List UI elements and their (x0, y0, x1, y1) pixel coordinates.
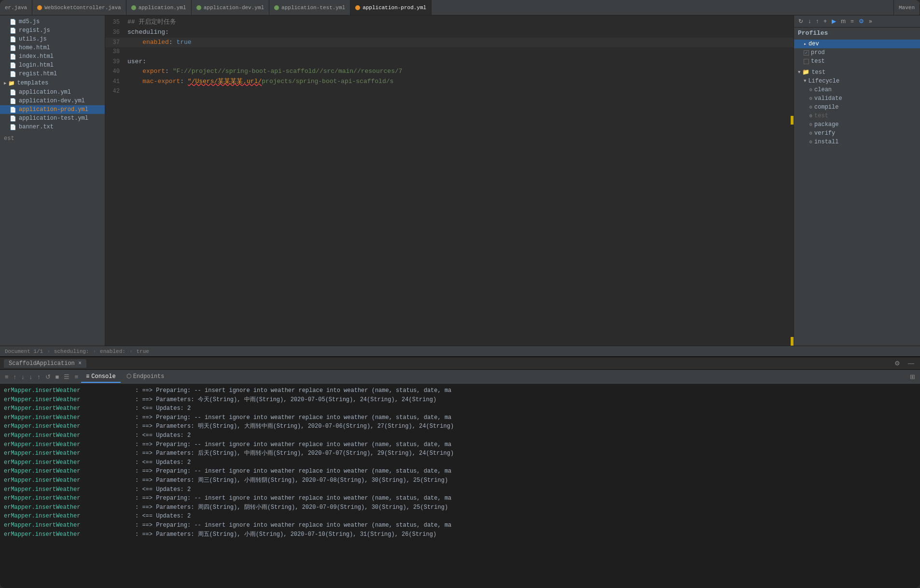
console-right: : <== Updates: 2 (135, 431, 920, 440)
settings-btn[interactable]: ⚙ (892, 359, 902, 368)
scroll-marker-2 (791, 337, 794, 346)
maven-lifecycle-package[interactable]: ⚙ package (794, 120, 920, 129)
breadcrumb-scheduling: scheduling: (54, 349, 89, 354)
sidebar-item-homehtml[interactable]: 📄 home.html (0, 43, 105, 52)
lifecycle-label: Lifecycle (808, 78, 839, 84)
console-right: : ==> Parameters: 周四(String), 阴转小雨(Strin… (135, 503, 920, 512)
maven-lifecycle-test[interactable]: ⚙ test (794, 112, 920, 120)
tab-maven[interactable]: Maven (893, 0, 920, 15)
maven-lifecycle-install[interactable]: ⚙ install (794, 138, 920, 146)
gear-icon: ⚙ (809, 104, 812, 110)
tab-application-dev-yml[interactable]: application-dev.yml (192, 0, 269, 15)
console-line: erMapper.insertWeather: ==> Preparing: -… (0, 494, 920, 503)
maven-more-btn[interactable]: » (867, 17, 874, 25)
line-number: 40 (105, 67, 125, 76)
sidebar-item-md5js[interactable]: 📄 md5.js (0, 17, 105, 26)
sidebar-item-application-prod-yml[interactable]: 📄 application-prod.yml (0, 105, 105, 114)
sidebar-item-utilsjs[interactable]: 📄 utils.js (0, 35, 105, 43)
console-left: erMapper.insertWeather (0, 386, 135, 395)
stop-btn[interactable]: ■ (54, 372, 61, 381)
yaml-icon: 📄 (10, 98, 16, 104)
wrap-btn[interactable]: ≡ (72, 372, 80, 381)
maven-m-btn[interactable]: m (839, 17, 847, 25)
maven-add-btn[interactable]: + (822, 17, 828, 25)
status-doc: Document 1/1 (5, 349, 43, 354)
maven-lifecycle-compile[interactable]: ⚙ compile (794, 103, 920, 112)
console-line: erMapper.insertWeather: <== Updates: 2 (0, 404, 920, 413)
line-content: export: "F://project//spring-boot-api-sc… (125, 67, 794, 77)
test-checkbox[interactable] (804, 59, 809, 64)
maven-profile-test[interactable]: test (794, 57, 920, 66)
main-layout: 📄 md5.js 📄 regist.js 📄 utils.js 📄 home.h… (0, 15, 920, 346)
step-over-btn[interactable]: ↓ (28, 372, 35, 381)
line-number: 42 (105, 87, 125, 96)
tab-application-yml[interactable]: application.yml (126, 0, 192, 15)
maven-upload-btn[interactable]: ↑ (814, 17, 820, 25)
sidebar-item-application-yml[interactable]: 📄 application.yml (0, 88, 105, 97)
close-btn[interactable]: — (906, 359, 916, 368)
sidebar-item-label: utils.js (19, 36, 47, 42)
sidebar-item-label: md5.js (19, 18, 40, 25)
run-tab-scaffold[interactable]: ScaffoldApplication × (4, 359, 86, 368)
step-into-btn[interactable]: ↑ (35, 372, 42, 381)
console-line: erMapper.insertWeather: ==> Parameters: … (0, 395, 920, 405)
tab-application-test-yml[interactable]: application-test.yml (269, 0, 350, 15)
gear-icon: ⚙ (809, 96, 812, 101)
console-left: erMapper.insertWeather (0, 521, 135, 530)
console-right: : ==> Parameters: 明天(String), 大雨转中雨(Stri… (135, 422, 920, 431)
profile-label: dev (808, 41, 819, 47)
console-left: erMapper.insertWeather (0, 422, 135, 431)
sidebar-item-banner-txt[interactable]: 📄 banner.txt (0, 123, 105, 131)
maven-settings-btn[interactable]: ⚙ (857, 17, 865, 25)
maven-refresh-btn[interactable]: ↻ (797, 17, 805, 25)
grid-view-btn[interactable]: ⊞ (908, 372, 917, 381)
js-icon: 📄 (10, 19, 16, 25)
line-number: 38 (105, 47, 125, 56)
sidebar-item-label: application.yml (19, 89, 71, 96)
maven-profile-dev[interactable]: ▸ dev (794, 40, 920, 48)
console-line: erMapper.insertWeather: ==> Preparing: -… (0, 386, 920, 395)
breadcrumb-enabled: enabled: (100, 349, 125, 354)
sidebar-item-loginhtml[interactable]: 📄 login.html (0, 61, 105, 70)
line-content: enabled: true (125, 38, 794, 48)
tab-application-prod-yml[interactable]: application-prod.yml (350, 0, 432, 15)
maven-lifecycle-clean[interactable]: ⚙ clean (794, 85, 920, 94)
tab-console[interactable]: ≡ Console (81, 371, 121, 383)
maven-run-btn[interactable]: ▶ (830, 17, 837, 25)
console-line: erMapper.insertWeather: ==> Parameters: … (0, 449, 920, 458)
scroll-up-btn[interactable]: ↑ (12, 372, 19, 381)
editor-line-41: 41 mac-export: "/Users/某某某某.url/projects… (105, 77, 794, 87)
maven-lifecycle-validate[interactable]: ⚙ validate (794, 94, 920, 103)
endpoints-icon: ⬡ (126, 373, 131, 380)
align-btn[interactable]: ☰ (62, 372, 71, 381)
maven-skip-btn[interactable]: = (849, 17, 855, 25)
maven-download-btn[interactable]: ↓ (807, 17, 812, 25)
maven-lifecycle-group[interactable]: ▼ Lifecycle (794, 77, 920, 85)
tab-endpoints[interactable]: ⬡ Endpoints (122, 371, 169, 383)
prod-checkbox[interactable]: ✓ (804, 50, 809, 56)
sidebar-item-label: login.html (19, 62, 54, 69)
sidebar-item-label: home.html (19, 44, 50, 51)
sidebar-item-registjs[interactable]: 📄 regist.js (0, 26, 105, 35)
sidebar-folder-templates[interactable]: ▶ 📁 templates (0, 78, 105, 88)
sidebar-item-application-test-yml[interactable]: 📄 application-test.yml (0, 114, 105, 123)
refresh-btn[interactable]: ↺ (43, 372, 53, 381)
sidebar-item-registhtml[interactable]: 📄 regist.html (0, 70, 105, 78)
console-menu-btn[interactable]: ≡ (3, 372, 11, 381)
editor-line-42: 42 (105, 87, 794, 96)
sidebar-item-application-dev-yml[interactable]: 📄 application-dev.yml (0, 97, 105, 105)
tab-er-java[interactable]: er.java (0, 0, 32, 15)
lifecycle-item-label: compile (814, 104, 838, 111)
line-number: 37 (105, 38, 125, 47)
tab-websocket[interactable]: WebSocketController.java (32, 0, 126, 15)
console-left: erMapper.insertWeather (0, 440, 135, 449)
sidebar-item-indexhtml[interactable]: 📄 index.html (0, 52, 105, 61)
editor-line-38: 38 (105, 47, 794, 56)
maven-test-folder[interactable]: ▼ 📁 test (794, 68, 920, 77)
maven-lifecycle-verify[interactable]: ⚙ verify (794, 129, 920, 138)
line-content: scheduling: (125, 28, 794, 38)
sidebar-item-label: regist.html (19, 70, 57, 77)
maven-profile-prod[interactable]: ✓ prod (794, 48, 920, 57)
sidebar-item-label: regist.js (19, 27, 50, 34)
scroll-down-btn[interactable]: ↓ (19, 372, 27, 381)
